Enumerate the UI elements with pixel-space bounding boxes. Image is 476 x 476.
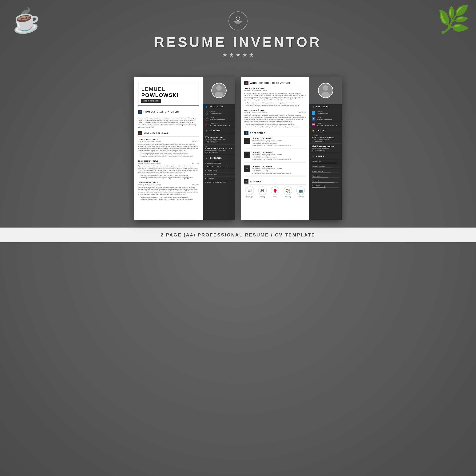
work-bullet-3-1: marketing industries. Fully knowledgeabl… bbox=[138, 198, 199, 201]
work-continued-icon: 💼 bbox=[244, 81, 249, 85]
resume-page-2: 💼 WORK EXPERIENCE CONTINUED JOB POSITION… bbox=[241, 77, 342, 220]
ref-detail2-1: +123 256 365, yourmail@example.com bbox=[252, 142, 291, 144]
skill-bar-bg-5 bbox=[312, 187, 340, 188]
star-1: ★ bbox=[222, 52, 227, 58]
address-icon: 📍 bbox=[205, 123, 208, 126]
brand-title: RESUME INVENTOR bbox=[154, 34, 322, 50]
work-item-1: JOB POSITION / TITLE Company / Institute… bbox=[138, 138, 199, 157]
ref-detail3-2: 14. Avenue Pénélope Delaunay, 45952 Bert… bbox=[252, 158, 291, 160]
skill-item-4: Microsoft Excel bbox=[309, 179, 342, 184]
phone-row: 📞 PHONE : +123 654 30 33 15 bbox=[203, 110, 235, 116]
instagram-info: ADDRESS : your street address, country Z… bbox=[317, 123, 337, 126]
expertise-dot-5 bbox=[205, 182, 206, 183]
edu-location-2: USA (Washington DC) bbox=[205, 151, 233, 153]
email-value: yourmail@example.com bbox=[210, 119, 225, 120]
hobbies-icon: 🎮 bbox=[244, 179, 249, 184]
expertise-dot-4 bbox=[205, 178, 206, 179]
ref-name-2: PERSON FULL NAME bbox=[252, 152, 291, 154]
hobby-newspaper-icon: 📰 bbox=[245, 187, 254, 195]
work-experience-title: WORK EXPERIENCE bbox=[144, 132, 169, 135]
facebook-info: E-MAIL : yourmail@example.com bbox=[317, 117, 332, 120]
phone-info: PHONE : +123 654 30 33 15 bbox=[210, 111, 222, 115]
address-label: ADDRESS : bbox=[210, 123, 230, 124]
skill-name-1: Microsoft Powerpoint bbox=[312, 165, 340, 167]
hobbies-title: HOBBIES bbox=[250, 180, 262, 183]
page-wrapper: ☕ 🌿 Modern Resume Design RESUME INVENTOR… bbox=[0, 0, 476, 476]
skill-item-2: Adobe Photoshop bbox=[309, 169, 342, 174]
svg-point-5 bbox=[216, 85, 222, 91]
p2-work-company-2: Company / Institute Name | Location bbox=[244, 111, 267, 113]
right-photo-1 bbox=[203, 77, 235, 104]
name-section: LEMUEL POWLOWSKI WEB DESIGNER bbox=[138, 83, 199, 106]
resume-page-1: LEMUEL POWLOWSKI WEB DESIGNER 👤 PROFESSI… bbox=[134, 77, 235, 220]
education-section-header: 🎓 EDUCATION bbox=[203, 128, 235, 134]
work-continued-header: 💼 WORK EXPERIENCE CONTINUED bbox=[244, 81, 306, 86]
skill-bar-fill-5 bbox=[312, 187, 325, 188]
work-years-3: 2007-2008 bbox=[192, 184, 199, 186]
person-avatar-svg-1 bbox=[212, 84, 226, 97]
work-years-2: 2008-2010 bbox=[192, 162, 199, 164]
follow-email-value: yourmail@example.com bbox=[317, 119, 332, 120]
svg-text:Modern Resume Design: Modern Resume Design bbox=[233, 25, 243, 26]
reference-title: REFERENCE bbox=[250, 132, 265, 134]
hobby-boxing: 🥊 Boxing bbox=[271, 187, 279, 198]
skill-name-3: Dreamweaver bbox=[312, 175, 340, 177]
professional-icon: 👤 bbox=[138, 110, 142, 114]
expertise-dot-1 bbox=[205, 167, 206, 167]
phone-value: +123 654 30 33 15 bbox=[210, 113, 222, 115]
award-location-1: USA (Washington DC) bbox=[312, 140, 340, 142]
expertise-item-1: Object-Oriented Methodologies bbox=[203, 165, 235, 169]
reference-item-1: ✒ PERSON FULL NAME Job Position | Compan… bbox=[244, 138, 306, 149]
skill-bar-bg-1 bbox=[312, 168, 340, 168]
phone-icon: 📞 bbox=[205, 111, 208, 115]
work-company-2: Company / Institute Name | Location bbox=[138, 162, 161, 164]
expertise-item-3: Event Planning bbox=[203, 173, 235, 176]
work-company-row-3: Company / Institute Name | Location 2007… bbox=[138, 184, 199, 186]
ref-icon-2: ✒ bbox=[244, 152, 250, 158]
education-icon: 🎓 bbox=[205, 129, 208, 132]
ref-icon-3: ✒ bbox=[244, 166, 250, 172]
work-years-1: 2014-2015 bbox=[192, 140, 199, 142]
work-item-2: JOB POSITION / TITLE Company / Institute… bbox=[138, 160, 199, 179]
photo-circle-2 bbox=[318, 83, 333, 98]
skill-bar-fill-2 bbox=[312, 172, 331, 173]
skill-item-5: Maya (3D / Animate) bbox=[309, 184, 342, 189]
work-company-row-2: Company / Institute Name | Location 2008… bbox=[138, 162, 199, 164]
work-continued-title: WORK EXPERIENCE CONTINUED bbox=[250, 82, 291, 84]
professional-statement-header: 👤 PROFESSIONAL STATEMENT bbox=[138, 110, 199, 115]
skill-bar-fill-1 bbox=[312, 168, 333, 168]
resume-page2-left: 💼 WORK EXPERIENCE CONTINUED JOB POSITION… bbox=[241, 77, 309, 220]
hobby-gaming-label: Gaming bbox=[260, 196, 265, 198]
award-location-2: USA (Washington DC) bbox=[312, 150, 340, 152]
footer-text: 2 PAGE (A4) PROFESSIONAL RESUME / CV TEM… bbox=[5, 232, 471, 238]
address-row: 📍 ADDRESS : your street address, country… bbox=[203, 122, 235, 128]
hobbies-header: 🎮 HOBBIES bbox=[244, 179, 306, 185]
skill-bar-bg-2 bbox=[312, 172, 340, 173]
header-section: Modern Resume Design RESUME INVENTOR ★ ★… bbox=[0, 0, 476, 77]
contact-title: CONTACT ME bbox=[210, 106, 224, 108]
ref-content-2: PERSON FULL NAME Job Position | Company … bbox=[252, 152, 291, 160]
work-bullet-2-0: Accounting manager with five years of ac… bbox=[138, 174, 199, 177]
ref-content-1: PERSON FULL NAME Job Position | Company … bbox=[252, 138, 291, 147]
plant-decoration: 🌿 bbox=[437, 4, 470, 35]
ref-detail1-2: Job Position | Company Organization | In… bbox=[252, 154, 291, 156]
email-info: E-MAIL : yourmail@example.com bbox=[210, 117, 225, 120]
award-date-1: April 2015 bbox=[312, 135, 340, 136]
skills-section-header: ⚙ SKILLS bbox=[309, 153, 342, 159]
p2-work-desc-1: Accounting manager with five years of ac… bbox=[244, 92, 306, 101]
coffee-cup-decoration: ☕ bbox=[9, 5, 42, 37]
expertise-label-4: Leadership bbox=[207, 177, 215, 179]
ref-detail2-3: +123 256 365, yourmail@example.com bbox=[252, 170, 291, 172]
follow-email-label: E-MAIL : bbox=[317, 117, 332, 119]
resume-page1-left: LEMUEL POWLOWSKI WEB DESIGNER 👤 PROFESSI… bbox=[134, 77, 203, 220]
skill-name-0: Microsoft Word bbox=[312, 160, 340, 162]
ref-detail1-3: Job Position | Company Organization | In… bbox=[252, 168, 291, 170]
skills-icon: ⚙ bbox=[312, 155, 315, 158]
work-item-3: JOB POSITION / TITLE Company / Institute… bbox=[138, 182, 199, 201]
reference-icon: 👤 bbox=[244, 131, 249, 135]
star-3: ★ bbox=[236, 52, 240, 58]
edu-degree-1: BACHELOR OF ARTS bbox=[205, 137, 233, 139]
work-bullet-3-0: Accounting manager with five years of ac… bbox=[138, 196, 199, 198]
follow-address-value: your street address, country Zip. bbox=[317, 125, 337, 126]
email-icon: ✉ bbox=[205, 117, 208, 120]
